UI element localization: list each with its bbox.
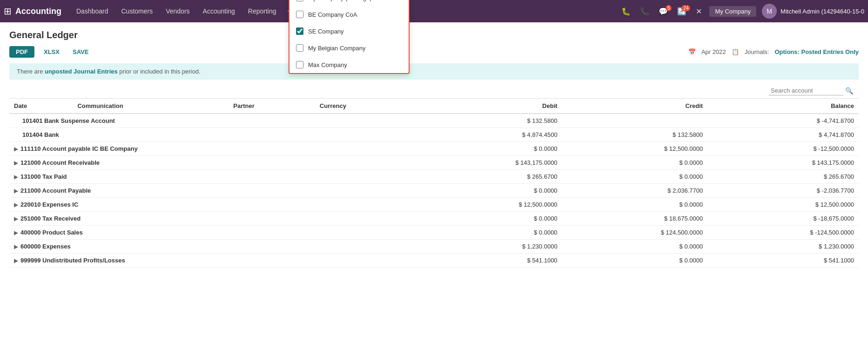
expand-icon[interactable]: ▶ [14, 216, 18, 222]
credit-value: $ 0.0000 [562, 170, 708, 184]
debit-value: $ 0.0000 [417, 226, 562, 240]
col-credit: Credit [562, 99, 708, 114]
chat-icon[interactable]: 💬5 [655, 7, 672, 16]
account-name: ▶999999 Undistributed Profits/Losses [9, 254, 417, 268]
debit-value: $ 541.1000 [417, 254, 562, 268]
table-wrapper: My Company My Company (Chicago) BE Compa… [9, 83, 859, 268]
expand-icon[interactable]: ▶ [14, 174, 18, 180]
expand-icon[interactable]: ▶ [14, 230, 18, 235]
debit-value: $ 265.6700 [417, 170, 562, 184]
debit-value: $ 4,874.4500 [417, 128, 562, 142]
expand-icon[interactable]: ▶ [14, 202, 18, 208]
top-navigation: ⊞ Accounting Dashboard Customers Vendors… [0, 0, 868, 22]
debit-value: $ 0.0000 [417, 212, 562, 226]
nav-dashboard[interactable]: Dashboard [71, 5, 114, 18]
nav-vendors[interactable]: Vendors [160, 5, 195, 18]
table-row: 101401 Bank Suspense Account $ 132.5800 … [9, 114, 859, 128]
debit-value: $ 143,175.0000 [417, 156, 562, 170]
unposted-entries-link[interactable]: unposted Journal Entries [45, 68, 118, 75]
company-checkbox-belgian[interactable] [296, 44, 303, 52]
credit-value: $ 124,500.0000 [562, 226, 708, 240]
search-account-area: 🔍 [9, 83, 859, 99]
search-account-input[interactable] [769, 86, 843, 95]
credit-value: $ 2,036.7700 [562, 184, 708, 198]
company-option-max[interactable]: Max Company [289, 56, 409, 73]
account-name: ▶111110 Account payable IC BE Company [9, 142, 417, 156]
table-row: ▶220010 Expenses IC $ 12,500.0000 $ 0.00… [9, 198, 859, 212]
save-button[interactable]: SAVE [69, 46, 92, 58]
balance-value: $ 143,175.0000 [707, 156, 859, 170]
col-balance: Balance [707, 99, 859, 114]
close-icon[interactable]: ✕ [692, 7, 706, 16]
refresh-badge: 24 [681, 5, 690, 11]
date-filter[interactable]: Apr 2022 [701, 48, 726, 55]
table-row: ▶600000 Expenses $ 1,230.0000 $ 0.0000 $… [9, 240, 859, 254]
nav-reporting[interactable]: Reporting [242, 5, 282, 18]
debit-value: $ 132.5800 [417, 114, 562, 128]
expand-icon[interactable]: ▶ [14, 188, 18, 194]
pdf-button[interactable]: PDF [9, 46, 34, 58]
balance-value: $ 1,230.0000 [707, 240, 859, 254]
expand-icon[interactable]: ▶ [14, 146, 18, 152]
expand-icon[interactable]: ▶ [14, 160, 18, 166]
info-banner: There are unposted Journal Entries prior… [9, 63, 859, 80]
xlsx-button[interactable]: XLSX [40, 46, 63, 58]
general-ledger-table: Date Communication Partner Currency Debi… [9, 99, 859, 268]
company-option-be-coa[interactable]: BE Company CoA [289, 6, 409, 23]
col-date: Date [9, 99, 73, 114]
phone-icon[interactable]: 📞 [636, 7, 653, 16]
credit-value: $ 0.0000 [562, 198, 708, 212]
filter-area: 📅 Apr 2022 📋 Journals: Options: Posted E… [688, 48, 859, 55]
company-button[interactable]: My Company [709, 6, 756, 17]
credit-value: $ 0.0000 [562, 156, 708, 170]
journals-label: Journals: [745, 48, 769, 55]
user-name: Mitchell Admin (14294640-15-0 [781, 8, 864, 15]
col-partner: Partner [229, 99, 315, 114]
balance-value: $ -124,500.0000 [707, 226, 859, 240]
company-checkbox-chicago[interactable] [296, 0, 303, 1]
company-checkbox-se[interactable] [296, 27, 303, 35]
balance-value: $ 541.1000 [707, 254, 859, 268]
nav-customers[interactable]: Customers [116, 5, 159, 18]
journals-icon: 📋 [732, 48, 739, 55]
company-checkbox-be-coa[interactable] [296, 11, 303, 18]
bug-icon[interactable]: 🐛 [618, 7, 634, 16]
chat-badge: 5 [666, 5, 672, 11]
table-row: ▶211000 Account Payable $ 0.0000 $ 2,036… [9, 184, 859, 198]
table-row: ▶251000 Tax Received $ 0.0000 $ 18,675.0… [9, 212, 859, 226]
account-name: 101401 Bank Suspense Account [9, 114, 417, 128]
debit-value: $ 12,500.0000 [417, 198, 562, 212]
company-checkbox-max[interactable] [296, 61, 303, 68]
table-row: ▶121000 Account Receivable $ 143,175.000… [9, 156, 859, 170]
calendar-icon: 📅 [688, 48, 696, 55]
company-option-belgian[interactable]: My Belgian Company [289, 40, 409, 56]
refresh-icon[interactable]: 🔄24 [673, 7, 690, 16]
credit-value: $ 0.0000 [562, 254, 708, 268]
debit-value: $ 0.0000 [417, 184, 562, 198]
credit-value [562, 114, 708, 128]
company-option-se[interactable]: SE Company [289, 23, 409, 40]
credit-value: $ 132.5800 [562, 128, 708, 142]
credit-value: $ 18,675.0000 [562, 212, 708, 226]
balance-value: $ 265.6700 [707, 170, 859, 184]
expand-icon[interactable]: ▶ [14, 244, 18, 249]
page-title: General Ledger [9, 30, 859, 40]
app-grid-icon[interactable]: ⊞ [4, 6, 12, 17]
toolbar: PDF XLSX SAVE 📅 Apr 2022 📋 Journals: Opt… [9, 46, 859, 58]
company-label-be-coa: BE Company CoA [308, 11, 357, 18]
table-row: ▶400000 Product Sales $ 0.0000 $ 124,500… [9, 226, 859, 240]
balance-value: $ 4,741.8700 [707, 128, 859, 142]
filter-options[interactable]: Options: Posted Entries Only [774, 48, 859, 55]
balance-value: $ -18,675.0000 [707, 212, 859, 226]
company-label-se: SE Company [308, 28, 344, 35]
nav-accounting[interactable]: Accounting [197, 5, 241, 18]
expand-icon[interactable]: ▶ [14, 258, 18, 263]
account-name: ▶121000 Account Receivable [9, 156, 417, 170]
company-option-chicago[interactable]: My Company (Chicago) [289, 0, 409, 6]
account-name: ▶220010 Expenses IC [9, 198, 417, 212]
app-title: Accounting [15, 7, 61, 16]
user-info[interactable]: M Mitchell Admin (14294640-15-0 [762, 4, 864, 19]
debit-value: $ 0.0000 [417, 142, 562, 156]
company-label-belgian: My Belgian Company [308, 45, 366, 52]
account-name: ▶211000 Account Payable [9, 184, 417, 198]
